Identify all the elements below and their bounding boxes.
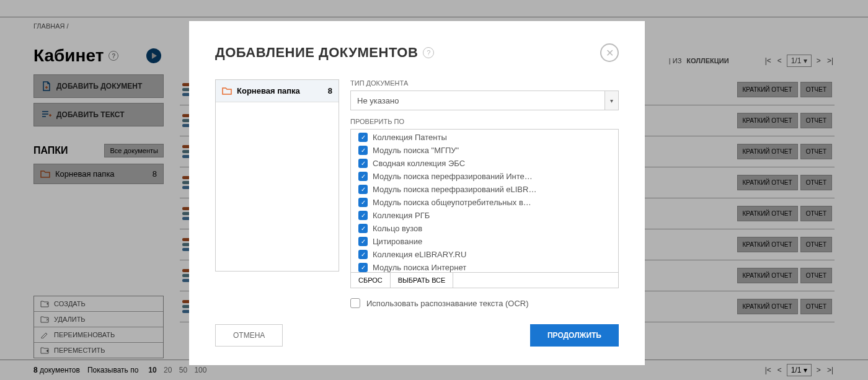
collection-item[interactable]: Модуль поиска "МГПУ" <box>351 144 618 157</box>
folder-icon <box>222 87 232 95</box>
collection-label: Кольцо вузов <box>373 224 422 233</box>
checkbox-icon[interactable] <box>358 237 368 246</box>
ocr-checkbox[interactable] <box>350 298 360 308</box>
collection-label: Модуль поиска перефразирований Инте… <box>373 172 533 181</box>
collection-label: Коллекция РГБ <box>373 211 430 220</box>
checkbox-icon[interactable] <box>358 172 368 181</box>
continue-button[interactable]: ПРОДОЛЖИТЬ <box>530 324 619 347</box>
cancel-button[interactable]: ОТМЕНА <box>215 324 283 347</box>
modal-folder-name: Корневая папка <box>237 86 300 95</box>
collection-label: Коллекция Патенты <box>373 133 447 142</box>
collection-item[interactable]: Коллекция eLIBRARY.RU <box>351 248 618 261</box>
collection-item[interactable]: Кольцо вузов <box>351 222 618 235</box>
checkbox-icon[interactable] <box>358 224 368 233</box>
doc-type-value: Не указано <box>357 96 399 105</box>
collection-item[interactable]: Коллекция Патенты <box>351 131 618 144</box>
collection-item[interactable]: Модуль поиска перефразирований Инте… <box>351 170 618 183</box>
collection-label: Цитирование <box>373 237 422 246</box>
collections-checklist[interactable]: Коллекция ПатентыМодуль поиска "МГПУ"Сво… <box>350 129 619 273</box>
checkbox-icon[interactable] <box>358 146 368 155</box>
close-icon[interactable]: ✕ <box>600 43 619 62</box>
collection-item[interactable]: Коллекция РГБ <box>351 209 618 222</box>
collection-label: Модуль поиска общеупотребительных в… <box>373 198 531 207</box>
collection-item[interactable]: Цитирование <box>351 235 618 248</box>
reset-button[interactable]: СБРОС <box>351 273 391 288</box>
checkbox-icon[interactable] <box>358 159 368 168</box>
ocr-label: Использовать распознавание текста (OCR) <box>366 299 529 308</box>
modal-folder-root[interactable]: Корневая папка 8 <box>216 80 339 102</box>
chevron-down-icon: ▾ <box>604 91 618 110</box>
collection-label: Коллекция eLIBRARY.RU <box>373 250 466 259</box>
add-documents-modal: ДОБАВЛЕНИЕ ДОКУМЕНТОВ ? ✕ Корневая папка… <box>189 21 645 365</box>
collection-label: Модуль поиска "МГПУ" <box>373 146 459 155</box>
doc-type-label: ТИП ДОКУМЕНТА <box>350 79 619 87</box>
checkbox-icon[interactable] <box>358 250 368 259</box>
collection-item[interactable]: Сводная коллекция ЭБС <box>351 157 618 170</box>
checkbox-icon[interactable] <box>358 198 368 207</box>
checkbox-icon[interactable] <box>358 263 368 272</box>
doc-type-select[interactable]: Не указано ▾ <box>350 91 619 110</box>
help-icon[interactable]: ? <box>423 47 434 58</box>
select-all-button[interactable]: ВЫБРАТЬ ВСЕ <box>391 273 454 288</box>
collection-item[interactable]: Модуль поиска Интернет <box>351 261 618 273</box>
collection-label: Сводная коллекция ЭБС <box>373 159 465 168</box>
checkbox-icon[interactable] <box>358 185 368 194</box>
collection-item[interactable]: Модуль поиска общеупотребительных в… <box>351 196 618 209</box>
checkbox-icon[interactable] <box>358 211 368 220</box>
checkbox-icon[interactable] <box>358 133 368 142</box>
modal-folder-tree: Корневая папка 8 <box>215 79 339 272</box>
collection-label: Модуль поиска Интернет <box>373 263 466 272</box>
modal-folder-count: 8 <box>328 86 332 95</box>
check-by-label: ПРОВЕРИТЬ ПО <box>350 118 619 125</box>
modal-title: ДОБАВЛЕНИЕ ДОКУМЕНТОВ <box>215 45 418 61</box>
collection-label: Модуль поиска перефразирований eLIBR… <box>373 185 536 194</box>
collection-item[interactable]: Модуль поиска перефразирований eLIBR… <box>351 183 618 196</box>
